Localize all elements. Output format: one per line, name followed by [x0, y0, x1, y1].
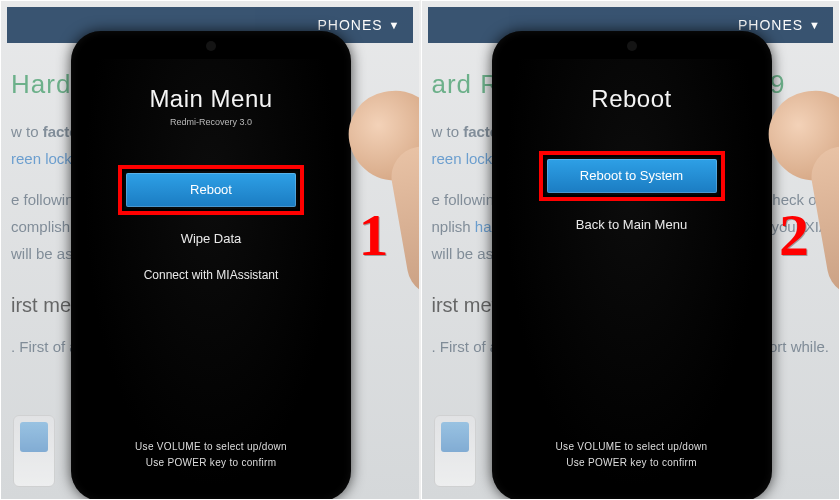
- camera-notch: [627, 41, 637, 51]
- reboot-to-system-button[interactable]: Reboot to System: [547, 159, 717, 193]
- phone-frame: Main Menu Redmi-Recovery 3.0 Reboot Wipe…: [71, 31, 351, 500]
- reboot-button[interactable]: Reboot: [126, 173, 296, 207]
- screen-footer: Use VOLUME to select up/down Use POWER k…: [504, 439, 760, 471]
- phone-frame: Reboot Reboot to System Back to Main Men…: [492, 31, 772, 500]
- screen-title: Main Menu: [83, 85, 339, 113]
- step-number: 1: [359, 201, 389, 270]
- camera-notch: [206, 41, 216, 51]
- selection-highlight: Reboot to System: [539, 151, 725, 201]
- step-panel-2: PHONES ▼ ard R i 9 w to factory r reen l…: [421, 0, 841, 500]
- nav-phones-link: PHONES: [317, 17, 382, 33]
- chevron-down-icon: ▼: [809, 19, 821, 31]
- screen-footer: Use VOLUME to select up/down Use POWER k…: [83, 439, 339, 471]
- miassistant-item[interactable]: Connect with MIAssistant: [83, 268, 339, 282]
- footer-line-power: Use POWER key to confirm: [83, 455, 339, 471]
- bg-thumbnail: [434, 415, 476, 487]
- footer-line-power: Use POWER key to confirm: [504, 455, 760, 471]
- step-number: 2: [779, 201, 809, 270]
- recovery-screen: Reboot Reboot to System Back to Main Men…: [504, 59, 760, 489]
- wipe-data-item[interactable]: Wipe Data: [83, 231, 339, 246]
- chevron-down-icon: ▼: [389, 19, 401, 31]
- screen-subtitle: Redmi-Recovery 3.0: [83, 117, 339, 127]
- bg-heading-fragment: ard R: [432, 69, 501, 99]
- recovery-screen: Main Menu Redmi-Recovery 3.0 Reboot Wipe…: [83, 59, 339, 489]
- tutorial-container: PHONES ▼ Hard R w to factory r reen lock…: [0, 0, 840, 500]
- footer-line-volume: Use VOLUME to select up/down: [83, 439, 339, 455]
- selection-highlight: Reboot: [118, 165, 304, 215]
- screen-title: Reboot: [504, 85, 760, 113]
- back-to-main-item[interactable]: Back to Main Menu: [504, 217, 760, 232]
- footer-line-volume: Use VOLUME to select up/down: [504, 439, 760, 455]
- bg-thumbnail: [13, 415, 55, 487]
- step-panel-1: PHONES ▼ Hard R w to factory r reen lock…: [0, 0, 421, 500]
